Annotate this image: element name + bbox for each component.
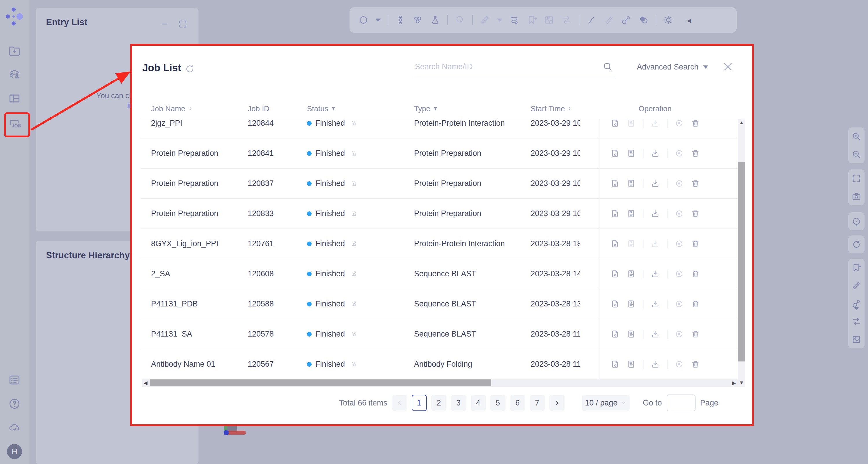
- report-icon[interactable]: [627, 299, 636, 309]
- sort-icon[interactable]: [188, 105, 192, 112]
- sort-icon[interactable]: [567, 105, 572, 112]
- scroll-up-icon[interactable]: ▲: [738, 119, 745, 126]
- report-icon[interactable]: [627, 239, 636, 248]
- focus-target-icon[interactable]: [851, 216, 861, 226]
- bookmark-add-icon[interactable]: [851, 263, 861, 272]
- view-result-icon[interactable]: [611, 360, 619, 369]
- report-icon[interactable]: [627, 269, 636, 278]
- horizontal-scrollbar[interactable]: ◀ ▶: [142, 379, 738, 387]
- page-button-2[interactable]: 2: [431, 395, 446, 411]
- view-result-icon[interactable]: [611, 179, 619, 188]
- measure-ruler-icon[interactable]: [851, 281, 861, 291]
- download-icon[interactable]: [651, 149, 660, 158]
- bookmark-add-icon[interactable]: [527, 15, 537, 25]
- page-button-1[interactable]: 1: [412, 395, 427, 411]
- delete-icon[interactable]: [691, 209, 700, 218]
- table-row[interactable]: 2_SA 120608 Finished Sequence BLAST 2023…: [141, 259, 741, 289]
- view-result-icon[interactable]: [611, 329, 619, 339]
- table-row[interactable]: Antibody Name 01 120567 Finished Antibod…: [141, 349, 741, 379]
- stop-job-icon[interactable]: [675, 149, 684, 158]
- fullscreen-icon[interactable]: [178, 20, 189, 30]
- style-dropdown-caret-icon[interactable]: [854, 307, 859, 310]
- dna-icon[interactable]: [395, 15, 406, 25]
- report-icon[interactable]: [627, 119, 636, 128]
- screenshot-camera-icon[interactable]: [851, 192, 861, 201]
- notification-bell-icon[interactable]: [350, 270, 358, 278]
- view-result-icon[interactable]: [611, 239, 619, 248]
- fit-view-icon[interactable]: [851, 173, 861, 183]
- notification-bell-icon[interactable]: [350, 240, 358, 248]
- prev-page-button[interactable]: [392, 395, 407, 411]
- view-result-icon[interactable]: [611, 209, 619, 218]
- measure-ruler-icon[interactable]: [480, 15, 490, 25]
- delete-icon[interactable]: [691, 149, 700, 158]
- column-start-time[interactable]: Start Time: [531, 104, 580, 113]
- column-type[interactable]: Type: [414, 104, 531, 113]
- layout-panels-icon[interactable]: [8, 92, 21, 105]
- zoom-in-icon[interactable]: [851, 132, 861, 141]
- download-icon[interactable]: [651, 179, 660, 188]
- goto-page-input[interactable]: [666, 395, 695, 411]
- report-icon[interactable]: [627, 179, 636, 188]
- notification-bell-icon[interactable]: [350, 149, 358, 157]
- page-size-select[interactable]: 10 / page: [582, 395, 629, 411]
- column-job-name[interactable]: Job Name: [141, 104, 248, 113]
- download-icon[interactable]: [651, 299, 660, 309]
- ring-dropdown-caret-icon[interactable]: [376, 19, 381, 22]
- report-icon[interactable]: [627, 329, 636, 339]
- table-row[interactable]: P41131_PDB 120588 Finished Sequence BLAS…: [141, 289, 741, 319]
- filter-funnel-icon[interactable]: [331, 106, 336, 111]
- page-button-4[interactable]: 4: [471, 395, 486, 411]
- download-icon[interactable]: [651, 239, 660, 248]
- search-icon[interactable]: [602, 61, 613, 72]
- table-row[interactable]: Protein Preparation 120837 Finished Prot…: [141, 169, 741, 199]
- notification-bell-icon[interactable]: [350, 180, 358, 187]
- measure-dropdown-caret-icon[interactable]: [497, 19, 502, 22]
- download-icon[interactable]: [651, 360, 660, 369]
- next-page-button[interactable]: [550, 395, 564, 411]
- structure-library-icon[interactable]: [8, 68, 21, 81]
- scroll-left-icon[interactable]: ◀: [142, 379, 149, 387]
- download-icon[interactable]: [651, 329, 660, 339]
- delete-icon[interactable]: [691, 119, 700, 128]
- notification-bell-icon[interactable]: [350, 119, 358, 127]
- report-icon[interactable]: [627, 149, 636, 158]
- page-button-7[interactable]: 7: [530, 395, 545, 411]
- sequence-route-icon[interactable]: [509, 15, 520, 25]
- task-panel-icon[interactable]: [8, 374, 21, 386]
- horizontal-scrollbar-thumb[interactable]: [150, 379, 491, 386]
- swap-structures-icon[interactable]: [851, 317, 861, 326]
- cloud-sync-icon[interactable]: [8, 421, 21, 434]
- user-avatar[interactable]: H: [7, 444, 22, 459]
- notification-bell-icon[interactable]: [350, 210, 358, 218]
- collapse-toolbar-icon[interactable]: ◂: [687, 15, 691, 25]
- vertical-scrollbar-thumb[interactable]: [738, 162, 745, 361]
- table-row[interactable]: Protein Preparation 120833 Finished Prot…: [141, 199, 741, 229]
- view-result-icon[interactable]: [611, 269, 619, 278]
- settings-gear-icon[interactable]: [663, 15, 674, 25]
- table-row[interactable]: 2jgz_PPI 120844 Finished Protein-Protein…: [141, 119, 741, 139]
- table-row[interactable]: P41131_SA 120578 Finished Sequence BLAST…: [141, 319, 741, 349]
- scroll-down-icon[interactable]: ▼: [738, 379, 745, 387]
- stop-job-icon[interactable]: [675, 269, 684, 278]
- delete-icon[interactable]: [691, 299, 700, 309]
- surface-map-icon[interactable]: [544, 15, 554, 25]
- vertical-scrollbar[interactable]: ▲ ▼: [738, 119, 745, 387]
- stop-job-icon[interactable]: [675, 299, 684, 309]
- page-button-6[interactable]: 6: [510, 395, 525, 411]
- stop-job-icon[interactable]: [675, 329, 684, 339]
- delete-icon[interactable]: [691, 360, 700, 369]
- page-button-3[interactable]: 3: [451, 395, 466, 411]
- stop-job-icon[interactable]: [675, 209, 684, 218]
- ball-stick-style-icon[interactable]: [851, 299, 861, 309]
- benzene-ring-icon[interactable]: [358, 15, 369, 25]
- view-result-icon[interactable]: [611, 149, 619, 158]
- notification-bell-icon[interactable]: [350, 330, 358, 338]
- download-icon[interactable]: [651, 209, 660, 218]
- stop-job-icon[interactable]: [675, 239, 684, 248]
- stop-job-icon[interactable]: [675, 119, 684, 128]
- refresh-jobs-icon[interactable]: [185, 64, 195, 74]
- report-icon[interactable]: [627, 209, 636, 218]
- report-icon[interactable]: [627, 360, 636, 369]
- view-result-icon[interactable]: [611, 299, 619, 309]
